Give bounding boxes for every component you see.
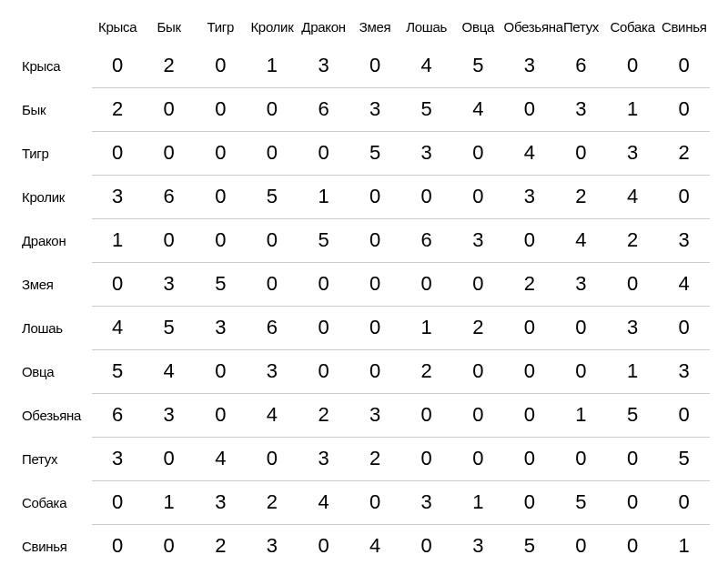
data-cell: 5: [504, 524, 556, 568]
data-cell: 5: [195, 262, 247, 306]
data-cell: 0: [658, 480, 710, 524]
data-cell: 0: [607, 480, 659, 524]
data-cell: 0: [92, 480, 144, 524]
data-cell: 0: [658, 175, 710, 218]
data-cell: 0: [504, 218, 556, 262]
row-header: Змея: [18, 262, 92, 306]
data-cell: 3: [195, 306, 247, 349]
data-cell: 0: [504, 306, 556, 349]
data-cell: 0: [555, 349, 607, 393]
data-cell: 3: [92, 175, 144, 218]
data-cell: 2: [195, 524, 247, 568]
data-cell: 3: [195, 480, 247, 524]
data-cell: 3: [452, 524, 504, 568]
table-row: Тигр000005304032: [18, 131, 710, 175]
col-header: Собака: [607, 9, 659, 44]
data-cell: 0: [195, 87, 247, 131]
data-cell: 0: [247, 218, 298, 262]
row-header: Крыса: [18, 44, 92, 87]
data-cell: 0: [504, 480, 556, 524]
data-cell: 3: [400, 131, 452, 175]
data-cell: 2: [143, 44, 195, 87]
data-cell: 0: [504, 349, 556, 393]
data-cell: 1: [400, 306, 452, 349]
data-cell: 0: [298, 306, 349, 349]
data-cell: 3: [607, 306, 659, 349]
data-cell: 3: [92, 437, 144, 480]
data-cell: 3: [555, 262, 607, 306]
data-cell: 0: [195, 393, 247, 437]
data-cell: 0: [452, 131, 504, 175]
data-cell: 0: [452, 262, 504, 306]
data-cell: 6: [143, 175, 195, 218]
data-cell: 0: [400, 393, 452, 437]
table-row: Овца540300200013: [18, 349, 710, 393]
data-cell: 4: [298, 480, 349, 524]
col-header: Тигр: [195, 9, 247, 44]
data-cell: 3: [555, 87, 607, 131]
data-cell: 0: [349, 218, 401, 262]
data-cell: 3: [247, 349, 298, 393]
data-cell: 0: [349, 262, 401, 306]
data-cell: 0: [504, 393, 556, 437]
data-cell: 0: [452, 393, 504, 437]
data-cell: 0: [400, 437, 452, 480]
data-cell: 3: [658, 218, 710, 262]
data-cell: 1: [658, 524, 710, 568]
data-cell: 4: [607, 175, 659, 218]
data-cell: 3: [504, 44, 556, 87]
data-cell: 1: [298, 175, 349, 218]
data-cell: 1: [247, 44, 298, 87]
data-cell: 0: [658, 87, 710, 131]
data-cell: 0: [555, 524, 607, 568]
data-cell: 0: [143, 524, 195, 568]
data-cell: 3: [298, 437, 349, 480]
data-cell: 5: [555, 480, 607, 524]
table-row: Дракон100050630423: [18, 218, 710, 262]
data-cell: 6: [555, 44, 607, 87]
col-header: Обезьяна: [504, 9, 556, 44]
row-header: Обезьяна: [18, 393, 92, 437]
corner-cell: [18, 9, 92, 44]
table-row: Свинья002304035001: [18, 524, 710, 568]
data-cell: 4: [555, 218, 607, 262]
data-cell: 4: [195, 437, 247, 480]
row-header: Собака: [18, 480, 92, 524]
data-cell: 4: [247, 393, 298, 437]
data-cell: 5: [452, 44, 504, 87]
data-cell: 1: [143, 480, 195, 524]
data-cell: 0: [349, 44, 401, 87]
data-cell: 4: [92, 306, 144, 349]
data-cell: 1: [92, 218, 144, 262]
data-cell: 0: [504, 437, 556, 480]
data-cell: 0: [92, 524, 144, 568]
data-cell: 0: [298, 131, 349, 175]
data-cell: 0: [195, 131, 247, 175]
data-cell: 0: [607, 44, 659, 87]
col-header: Змея: [349, 9, 401, 44]
data-cell: 4: [400, 44, 452, 87]
data-cell: 0: [195, 218, 247, 262]
data-cell: 4: [143, 349, 195, 393]
data-cell: 5: [400, 87, 452, 131]
data-cell: 0: [195, 349, 247, 393]
data-cell: 0: [247, 131, 298, 175]
data-cell: 0: [400, 262, 452, 306]
data-cell: 5: [349, 131, 401, 175]
data-cell: 0: [349, 175, 401, 218]
data-cell: 5: [143, 306, 195, 349]
data-cell: 0: [298, 524, 349, 568]
data-cell: 6: [92, 393, 144, 437]
table-row: Кролик360510003240: [18, 175, 710, 218]
data-cell: 3: [400, 480, 452, 524]
data-cell: 0: [555, 131, 607, 175]
data-cell: 5: [658, 437, 710, 480]
data-cell: 2: [247, 480, 298, 524]
row-header: Лошаь: [18, 306, 92, 349]
row-header: Свинья: [18, 524, 92, 568]
data-cell: 3: [143, 393, 195, 437]
table-row: Собака013240310500: [18, 480, 710, 524]
data-cell: 6: [400, 218, 452, 262]
data-cell: 6: [298, 87, 349, 131]
col-header: Овца: [452, 9, 504, 44]
